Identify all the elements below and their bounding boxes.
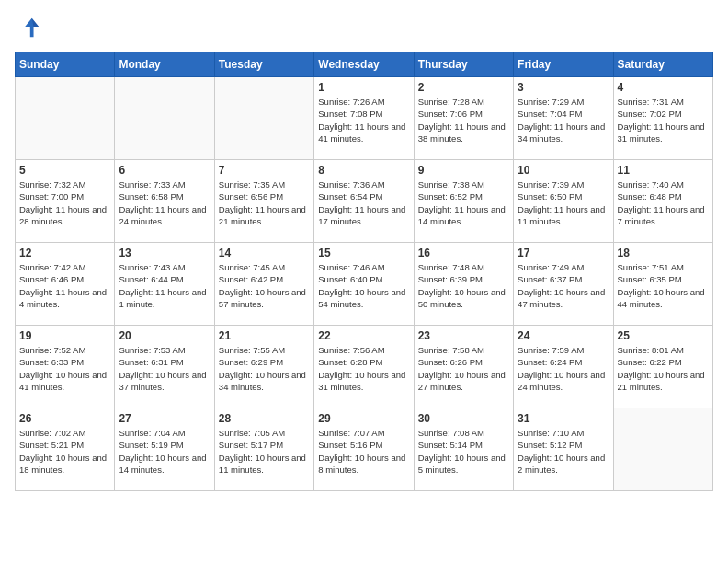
day-info: Sunrise: 7:31 AM Sunset: 7:02 PM Dayligh… (618, 96, 709, 144)
calendar-cell: 25Sunrise: 8:01 AM Sunset: 6:22 PM Dayli… (613, 326, 712, 408)
calendar-cell: 2Sunrise: 7:28 AM Sunset: 7:06 PM Daylig… (414, 77, 513, 160)
day-number: 11 (618, 164, 709, 177)
col-header-monday: Monday (115, 52, 214, 77)
day-info: Sunrise: 7:33 AM Sunset: 6:58 PM Dayligh… (119, 178, 210, 227)
day-info: Sunrise: 7:58 AM Sunset: 6:26 PM Dayligh… (418, 344, 509, 393)
day-info: Sunrise: 8:01 AM Sunset: 6:22 PM Dayligh… (618, 344, 709, 393)
day-info: Sunrise: 7:45 AM Sunset: 6:42 PM Dayligh… (219, 261, 310, 310)
calendar-cell (115, 77, 214, 160)
calendar-cell: 17Sunrise: 7:49 AM Sunset: 6:37 PM Dayli… (514, 243, 613, 326)
day-number: 16 (418, 247, 509, 259)
day-number: 31 (518, 412, 609, 425)
col-header-tuesday: Tuesday (214, 52, 313, 77)
day-number: 23 (418, 329, 509, 342)
day-info: Sunrise: 7:02 AM Sunset: 5:21 PM Dayligh… (19, 427, 110, 476)
col-header-sunday: Sunday (16, 52, 115, 77)
week-row-4: 19Sunrise: 7:52 AM Sunset: 6:33 PM Dayli… (16, 326, 713, 408)
day-info: Sunrise: 7:26 AM Sunset: 7:08 PM Dayligh… (318, 96, 409, 144)
calendar-cell: 13Sunrise: 7:43 AM Sunset: 6:44 PM Dayli… (115, 243, 214, 326)
day-info: Sunrise: 7:07 AM Sunset: 5:16 PM Dayligh… (318, 427, 409, 476)
day-info: Sunrise: 7:53 AM Sunset: 6:31 PM Dayligh… (119, 344, 210, 393)
day-number: 18 (618, 247, 709, 259)
day-number: 8 (318, 164, 409, 177)
calendar-table: SundayMondayTuesdayWednesdayThursdayFrid… (15, 52, 713, 491)
day-number: 29 (318, 412, 409, 425)
calendar-cell: 6Sunrise: 7:33 AM Sunset: 6:58 PM Daylig… (115, 160, 214, 243)
day-number: 27 (119, 412, 210, 425)
page-header (15, 15, 713, 40)
day-info: Sunrise: 7:35 AM Sunset: 6:56 PM Dayligh… (219, 178, 310, 227)
calendar-cell: 16Sunrise: 7:48 AM Sunset: 6:39 PM Dayli… (414, 243, 513, 326)
day-number: 26 (19, 412, 110, 425)
calendar-cell: 24Sunrise: 7:59 AM Sunset: 6:24 PM Dayli… (514, 326, 613, 408)
calendar-cell (16, 77, 115, 160)
calendar-cell: 5Sunrise: 7:32 AM Sunset: 7:00 PM Daylig… (16, 160, 115, 243)
day-info: Sunrise: 7:38 AM Sunset: 6:52 PM Dayligh… (418, 178, 509, 227)
calendar-cell: 9Sunrise: 7:38 AM Sunset: 6:52 PM Daylig… (414, 160, 513, 243)
day-info: Sunrise: 7:43 AM Sunset: 6:44 PM Dayligh… (119, 261, 210, 310)
calendar-cell: 28Sunrise: 7:05 AM Sunset: 5:17 PM Dayli… (214, 408, 313, 491)
col-header-saturday: Saturday (613, 52, 712, 77)
calendar-cell: 7Sunrise: 7:35 AM Sunset: 6:56 PM Daylig… (214, 160, 313, 243)
day-number: 24 (518, 329, 609, 342)
week-row-3: 12Sunrise: 7:42 AM Sunset: 6:46 PM Dayli… (16, 243, 713, 326)
day-number: 13 (119, 247, 210, 259)
day-number: 30 (418, 412, 509, 425)
calendar-cell: 30Sunrise: 7:08 AM Sunset: 5:14 PM Dayli… (414, 408, 513, 491)
calendar-cell (613, 408, 712, 491)
day-number: 7 (219, 164, 310, 177)
week-row-1: 1Sunrise: 7:26 AM Sunset: 7:08 PM Daylig… (16, 77, 713, 160)
calendar-cell: 20Sunrise: 7:53 AM Sunset: 6:31 PM Dayli… (115, 326, 214, 408)
day-number: 2 (418, 81, 509, 94)
day-info: Sunrise: 7:42 AM Sunset: 6:46 PM Dayligh… (19, 261, 110, 310)
col-header-friday: Friday (514, 52, 613, 77)
day-number: 17 (518, 247, 609, 259)
calendar-cell: 21Sunrise: 7:55 AM Sunset: 6:29 PM Dayli… (214, 326, 313, 408)
calendar-cell: 18Sunrise: 7:51 AM Sunset: 6:35 PM Dayli… (613, 243, 712, 326)
week-row-2: 5Sunrise: 7:32 AM Sunset: 7:00 PM Daylig… (16, 160, 713, 243)
col-header-thursday: Thursday (414, 52, 513, 77)
day-number: 4 (618, 81, 709, 94)
day-info: Sunrise: 7:59 AM Sunset: 6:24 PM Dayligh… (518, 344, 609, 393)
day-number: 6 (119, 164, 210, 177)
day-info: Sunrise: 7:51 AM Sunset: 6:35 PM Dayligh… (618, 261, 709, 310)
day-number: 9 (418, 164, 509, 177)
day-info: Sunrise: 7:32 AM Sunset: 7:00 PM Dayligh… (19, 178, 110, 227)
day-number: 20 (119, 329, 210, 342)
day-number: 15 (318, 247, 409, 259)
calendar-cell: 19Sunrise: 7:52 AM Sunset: 6:33 PM Dayli… (16, 326, 115, 408)
calendar-cell: 10Sunrise: 7:39 AM Sunset: 6:50 PM Dayli… (514, 160, 613, 243)
day-number: 22 (318, 329, 409, 342)
calendar-header-row: SundayMondayTuesdayWednesdayThursdayFrid… (16, 52, 713, 77)
day-number: 5 (19, 164, 110, 177)
day-number: 28 (219, 412, 310, 425)
calendar-cell (214, 77, 313, 160)
calendar-cell: 3Sunrise: 7:29 AM Sunset: 7:04 PM Daylig… (514, 77, 613, 160)
calendar-cell: 11Sunrise: 7:40 AM Sunset: 6:48 PM Dayli… (613, 160, 712, 243)
day-info: Sunrise: 7:52 AM Sunset: 6:33 PM Dayligh… (19, 344, 110, 393)
day-info: Sunrise: 7:39 AM Sunset: 6:50 PM Dayligh… (518, 178, 609, 227)
day-info: Sunrise: 7:56 AM Sunset: 6:28 PM Dayligh… (318, 344, 409, 393)
day-info: Sunrise: 7:04 AM Sunset: 5:19 PM Dayligh… (119, 427, 210, 476)
day-info: Sunrise: 7:29 AM Sunset: 7:04 PM Dayligh… (518, 96, 609, 144)
day-info: Sunrise: 7:08 AM Sunset: 5:14 PM Dayligh… (418, 427, 509, 476)
day-info: Sunrise: 7:40 AM Sunset: 6:48 PM Dayligh… (618, 178, 709, 227)
calendar-cell: 29Sunrise: 7:07 AM Sunset: 5:16 PM Dayli… (314, 408, 414, 491)
logo-icon (15, 15, 40, 40)
col-header-wednesday: Wednesday (314, 52, 414, 77)
day-info: Sunrise: 7:10 AM Sunset: 5:12 PM Dayligh… (518, 427, 609, 476)
calendar-cell: 22Sunrise: 7:56 AM Sunset: 6:28 PM Dayli… (314, 326, 414, 408)
calendar-cell: 27Sunrise: 7:04 AM Sunset: 5:19 PM Dayli… (115, 408, 214, 491)
day-info: Sunrise: 7:55 AM Sunset: 6:29 PM Dayligh… (219, 344, 310, 393)
day-number: 19 (19, 329, 110, 342)
day-info: Sunrise: 7:49 AM Sunset: 6:37 PM Dayligh… (518, 261, 609, 310)
day-number: 12 (19, 247, 110, 259)
calendar-cell: 26Sunrise: 7:02 AM Sunset: 5:21 PM Dayli… (16, 408, 115, 491)
day-info: Sunrise: 7:46 AM Sunset: 6:40 PM Dayligh… (318, 261, 409, 310)
calendar-cell: 4Sunrise: 7:31 AM Sunset: 7:02 PM Daylig… (613, 77, 712, 160)
svg-marker-0 (25, 18, 39, 38)
calendar-cell: 8Sunrise: 7:36 AM Sunset: 6:54 PM Daylig… (314, 160, 414, 243)
day-number: 10 (518, 164, 609, 177)
logo (15, 15, 42, 40)
day-number: 25 (618, 329, 709, 342)
